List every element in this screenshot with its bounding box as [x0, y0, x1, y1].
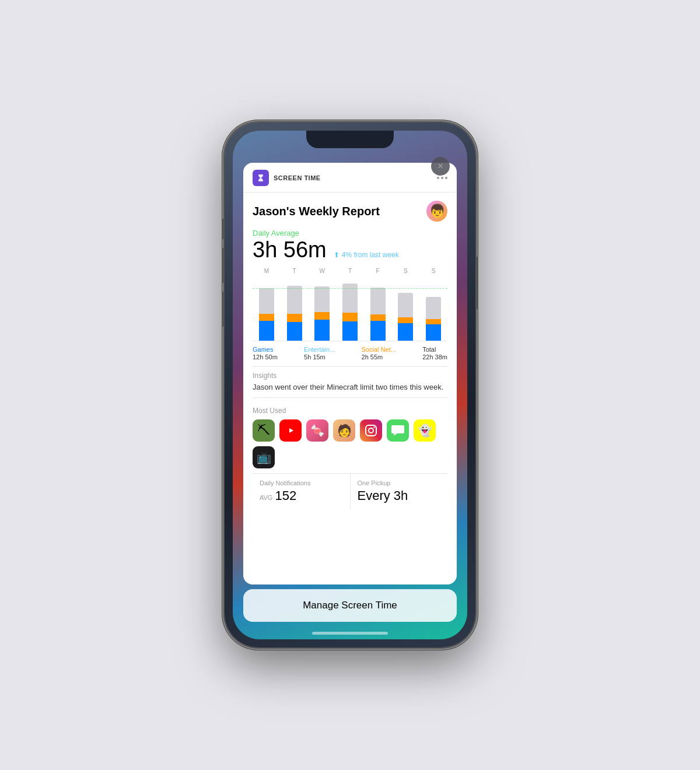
category-total: Total 22h 38m	[422, 346, 447, 360]
pct-change-text: 4% from last week	[342, 251, 399, 259]
avg-time-value: 3h 56m	[253, 239, 327, 261]
category-row: Games 12h 50m Entertain... 5h 15m Social…	[253, 341, 447, 360]
pickup-label: One Pickup	[358, 480, 441, 487]
mute-button[interactable]	[222, 219, 225, 239]
tv-emoji: 📺	[257, 450, 271, 464]
title-row: Jason's Weekly Report 👦	[253, 201, 447, 222]
stats-row: Daily Notifications AVG 152 One Pickup E…	[253, 473, 447, 509]
day-S1: S	[397, 268, 414, 274]
svg-point-3	[369, 428, 373, 433]
day-labels: M T W T F S S	[253, 268, 447, 274]
chart-bars-container	[253, 276, 447, 341]
youtube-play-icon	[284, 426, 297, 435]
social-time: 2h 55m	[362, 354, 383, 360]
close-icon: ×	[438, 162, 443, 171]
minecraft-icon[interactable]: ⛏	[253, 419, 275, 442]
more-options-button[interactable]	[437, 177, 447, 179]
entertain-label: Entertain...	[304, 346, 335, 353]
instagram-icon[interactable]	[360, 419, 382, 442]
up-arrow-icon: ⬆	[334, 251, 340, 259]
phone-screen: × SCREEN TIME	[233, 131, 467, 639]
candy-emoji: 🍬	[310, 424, 325, 438]
bar-stack-tuesday	[287, 286, 302, 341]
day-T2: T	[341, 268, 359, 274]
bar-stack-monday	[259, 288, 274, 341]
average-line	[253, 288, 447, 289]
most-used-section: Most Used ⛏	[253, 402, 447, 468]
face-app-icon[interactable]: 🧑	[333, 419, 355, 442]
user-avatar: 👦	[426, 201, 447, 222]
power-button[interactable]	[475, 257, 478, 309]
instagram-camera-icon	[365, 424, 377, 437]
apple-tv-icon[interactable]: 📺	[253, 446, 275, 468]
volume-up-button[interactable]	[222, 248, 225, 283]
social-label: Social Net...	[362, 346, 396, 353]
divider-1	[253, 366, 447, 367]
notifications-stat: Daily Notifications AVG 152	[253, 474, 351, 509]
avg-label: AVG	[260, 494, 272, 501]
bar-stack-thursday	[342, 284, 358, 341]
bar-friday	[369, 288, 387, 341]
bar-stack-wednesday	[314, 286, 330, 341]
bar-saturday	[397, 293, 414, 341]
notch	[306, 131, 394, 148]
dot-3	[445, 177, 447, 179]
pct-change: ⬆ 4% from last week	[334, 251, 399, 259]
games-label: Games	[253, 346, 273, 353]
notifications-value: 152	[275, 488, 296, 503]
screen-time-label: SCREEN TIME	[274, 174, 437, 181]
bar-chart: M T W T F S S	[253, 268, 447, 360]
manage-button-label: Manage Screen Time	[303, 600, 397, 611]
divider-2	[253, 397, 447, 398]
insights-text: Jason went over their Minecraft limit tw…	[253, 382, 447, 393]
manage-screen-time-button[interactable]: Manage Screen Time	[243, 589, 457, 622]
phone-device: × SCREEN TIME	[225, 123, 475, 648]
card-body: Jason's Weekly Report 👦 Daily Average 3h…	[243, 192, 457, 516]
bar-sunday	[425, 297, 442, 341]
insights-section: Insights Jason went over their Minecraft…	[253, 372, 447, 393]
notifications-label: Daily Notifications	[260, 480, 343, 487]
bar-monday	[258, 288, 275, 341]
card-header: SCREEN TIME	[243, 163, 457, 192]
bar-tuesday	[286, 286, 303, 341]
bar-stack-friday	[370, 288, 386, 341]
phone-body: × SCREEN TIME	[225, 123, 475, 648]
candy-crush-icon[interactable]: 🍬	[306, 419, 328, 442]
total-label: Total	[422, 346, 436, 353]
card-container: SCREEN TIME Jason's Weekly Report	[243, 163, 457, 622]
report-title: Jason's Weekly Report	[253, 205, 380, 218]
avatar-emoji: 👦	[429, 204, 445, 219]
svg-point-4	[373, 426, 374, 428]
dot-1	[437, 177, 439, 179]
category-entertainment[interactable]: Entertain... 5h 15m	[304, 346, 335, 360]
snapchat-icon[interactable]: 👻	[414, 419, 436, 442]
day-F: F	[369, 268, 387, 274]
pickup-value: Every 3h	[358, 488, 441, 503]
category-games[interactable]: Games 12h 50m	[253, 346, 278, 360]
category-social[interactable]: Social Net... 2h 55m	[362, 346, 396, 360]
screen-time-app-icon	[253, 170, 269, 186]
dot-2	[441, 177, 443, 179]
close-button[interactable]: ×	[431, 157, 450, 176]
bar-wednesday	[313, 286, 331, 341]
games-time: 12h 50m	[253, 354, 278, 360]
bar-thursday	[341, 284, 359, 341]
youtube-icon[interactable]	[279, 419, 302, 442]
minecraft-emoji: ⛏	[257, 423, 270, 438]
daily-avg-label: Daily Average	[253, 229, 447, 237]
insights-label: Insights	[253, 372, 447, 380]
messages-icon[interactable]	[387, 419, 409, 442]
bar-stack-sunday	[426, 297, 441, 341]
day-S2: S	[425, 268, 442, 274]
bar-stack-saturday	[398, 293, 413, 341]
day-T1: T	[286, 268, 303, 274]
home-indicator[interactable]	[312, 632, 388, 635]
pickup-stat: One Pickup Every 3h	[351, 474, 448, 509]
day-W: W	[313, 268, 331, 274]
app-icons-row: ⛏	[253, 419, 447, 468]
volume-down-button[interactable]	[222, 292, 225, 327]
daily-avg-row: 3h 56m ⬆ 4% from last week	[253, 239, 447, 261]
main-card: SCREEN TIME Jason's Weekly Report	[243, 163, 457, 584]
messages-bubble-icon	[391, 424, 404, 437]
hourglass-icon	[256, 173, 266, 183]
